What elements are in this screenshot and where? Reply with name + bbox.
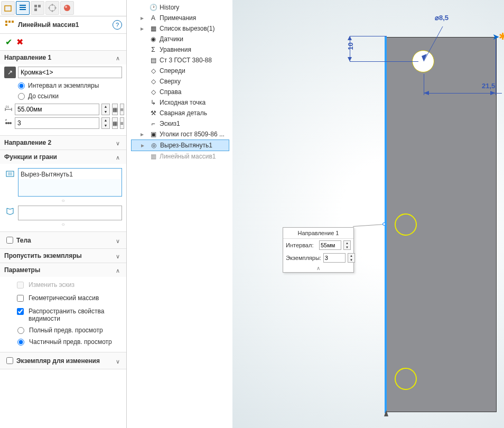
spacing-spinner[interactable]: ▲▼ (101, 104, 110, 115)
svg-text:#: # (5, 119, 7, 122)
reference-star-icon: ✱ (499, 31, 504, 42)
faces-icon (4, 206, 16, 217)
section-header-direction-2[interactable]: Направление 2 (0, 136, 126, 150)
popup-collapse-icon[interactable]: ∧ (283, 264, 353, 272)
section-direction-2: Направление 2 (0, 136, 126, 150)
radio-reference[interactable]: До ссылки (4, 91, 122, 101)
svg-rect-3 (34, 8, 37, 11)
spacing-icon: D1 (4, 104, 13, 115)
section-direction-1: Направление 1 ↗ Интервал и экземпляры До… (0, 51, 126, 136)
tree-item-right-plane[interactable]: ◇Справа (131, 87, 229, 97)
list-icon (18, 4, 27, 12)
dim-21[interactable]: 21,5 (482, 82, 495, 90)
popup-leader-handle[interactable] (382, 222, 386, 226)
section-header-features[interactable]: Функции и грани (0, 150, 126, 164)
section-header-modify[interactable]: Экземпляр для изменения (0, 352, 126, 369)
cube-icon (4, 4, 12, 12)
reverse-direction-button[interactable]: ↗ (4, 67, 16, 78)
section-header-direction-1[interactable]: Направление 1 (0, 51, 126, 64)
svg-point-5 (64, 5, 70, 11)
direction-edge-input[interactable] (18, 67, 122, 78)
count-menu-button[interactable]: ≡ (120, 117, 124, 129)
radio-partial-preview[interactable]: Частичный предв. просмотр (4, 336, 122, 348)
check-geometry-pattern[interactable]: Геометрический массив (4, 292, 122, 305)
radio-interval[interactable]: Интервал и экземпляры (4, 80, 122, 91)
tree-item-annotations[interactable]: ▸AПримечания (131, 13, 229, 23)
popup-spacing-spinner[interactable]: ▲▼ (343, 240, 351, 250)
plane-icon: ◇ (149, 77, 157, 86)
count-input[interactable] (15, 117, 99, 129)
count-spinner[interactable]: ▲▼ (101, 117, 110, 129)
dim-10-arrows (348, 33, 354, 64)
feature-title: Линейный массив1 (18, 21, 113, 29)
bodies-check[interactable] (6, 237, 13, 244)
tree-item-origin[interactable]: ↳Исходная точка (131, 97, 229, 108)
plane-icon: ◇ (149, 67, 157, 75)
feature-header: Линейный массив1 ? (0, 16, 126, 34)
ok-cancel-bar: ✔ ✖ (0, 34, 126, 51)
ok-button[interactable]: ✔ (5, 37, 12, 47)
spacing-menu-button[interactable]: ≡ (120, 104, 124, 115)
spacing-link-button[interactable]: ▦ (112, 104, 118, 115)
features-icon (4, 168, 16, 180)
tab-appearance[interactable] (60, 1, 74, 15)
tree-item-sketch1[interactable]: ⌐Эскиз1 (131, 118, 229, 129)
chevron-up-icon (116, 54, 122, 61)
tree-item-equations[interactable]: ΣУравнения (131, 44, 229, 55)
spacing-input[interactable] (15, 104, 99, 115)
radio-full-preview[interactable]: Полный предв. просмотр (4, 324, 122, 336)
faces-list[interactable] (18, 206, 122, 220)
features-list-item[interactable]: Вырез-Вытянуть1 (20, 170, 120, 179)
tab-config-manager[interactable] (31, 1, 44, 15)
count-link-button[interactable]: ▦ (112, 117, 118, 129)
check-propagate-visibility[interactable]: Распространить свойства видимости (4, 305, 122, 324)
help-button[interactable]: ? (113, 20, 122, 30)
dim-diameter[interactable]: ⌀8,5 (435, 14, 449, 22)
modify-check[interactable] (6, 357, 13, 364)
drag-handle[interactable]: ○ (4, 221, 122, 227)
model-viewport[interactable]: ⌀8,5 10 21,5 ➤ ✱ (232, 0, 504, 428)
svg-rect-10 (5, 24, 7, 26)
tree-item-sensors[interactable]: ◉Датчики (131, 34, 229, 44)
svg-point-6 (65, 6, 67, 8)
note-icon: A (149, 14, 157, 22)
tree-item-structural-member[interactable]: ▸▣Уголки гост 8509-86 ... (131, 129, 229, 139)
cut-icon: ◎ (150, 141, 158, 150)
tree-item-front-plane[interactable]: ◇Спереди (131, 66, 229, 76)
cancel-button[interactable]: ✖ (16, 37, 23, 47)
tree-item-cutlist[interactable]: ▸▦Список вырезов(1) (131, 23, 229, 34)
tree-item-weldment[interactable]: ⚒Сварная деталь (131, 108, 229, 118)
popup-count-input[interactable] (323, 253, 346, 263)
count-icon: # (4, 117, 13, 129)
svg-line-18 (424, 26, 443, 61)
tree-item-linear-pattern[interactable]: ▦Линейный массив1 (131, 151, 229, 162)
svg-marker-21 (348, 57, 352, 61)
section-parameters: Параметры Изменить эскиз Геометрический … (0, 263, 126, 352)
sphere-icon (63, 4, 71, 12)
tab-dim-manager[interactable] (45, 1, 59, 15)
section-header-bodies[interactable]: Тела (0, 232, 126, 248)
section-header-skip[interactable]: Пропустить экземпляры (0, 249, 126, 263)
popup-count-spinner[interactable]: ▲▼ (348, 253, 355, 263)
svg-point-13 (7, 122, 10, 124)
hole-preview-3 (395, 368, 417, 390)
tree-item-material[interactable]: ▤Ст 3 ГОСТ 380-88 (131, 55, 229, 66)
popup-spacing-label: Интервал: (286, 242, 317, 248)
pattern-icon: ▦ (149, 152, 157, 161)
pattern-popup[interactable]: Направление 1 Интервал: ▲▼ Экземпляры: ▲… (283, 227, 354, 273)
tree-item-cut-extrude[interactable]: ▸◎Вырез-Вытянуть1 (131, 139, 229, 151)
tab-feature-manager[interactable] (1, 1, 15, 15)
panel-tabs (0, 0, 126, 16)
features-list[interactable]: Вырез-Вытянуть1 (18, 168, 122, 197)
section-features-faces: Функции и грани Вырез-Вытянуть1 ○ (0, 150, 126, 232)
dim-10-line1 (350, 36, 387, 36)
drag-handle[interactable]: ○ (4, 198, 122, 203)
tree-item-history[interactable]: 🕑History (131, 2, 229, 13)
linear-pattern-icon (4, 20, 15, 30)
svg-rect-0 (5, 6, 11, 11)
tab-property-manager[interactable] (16, 1, 30, 15)
feature-tree: 🕑History ▸AПримечания ▸▦Список вырезов(1… (130, 0, 230, 164)
section-header-params[interactable]: Параметры (0, 263, 126, 277)
popup-spacing-input[interactable] (319, 240, 341, 250)
tree-item-top-plane[interactable]: ◇Сверху (131, 76, 229, 87)
